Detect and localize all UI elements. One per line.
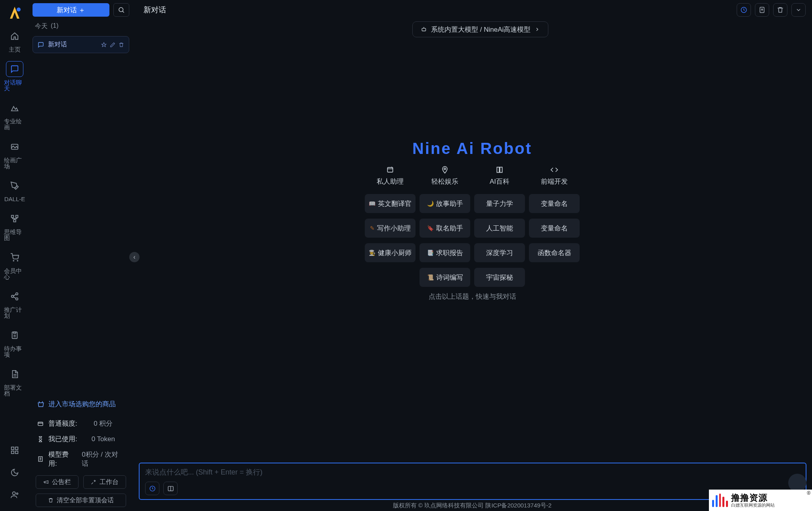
cat-name: AI百科 (490, 177, 509, 186)
chip-varname-2[interactable]: 变量命名 (529, 219, 580, 238)
nav-label: 推广计划 (4, 307, 25, 319)
chip-quantum[interactable]: 量子力学 (474, 194, 525, 213)
clear-button[interactable]: 清空全部非置顶会话 (36, 494, 126, 507)
stat-label: 模型费用: (48, 450, 77, 468)
pin-icon (441, 166, 449, 174)
nav-gallery[interactable]: 绘画广场 (4, 139, 25, 169)
chip-naming[interactable]: 🔖取名助手 (419, 219, 470, 238)
svg-point-7 (16, 293, 18, 295)
svg-rect-13 (11, 451, 14, 453)
trash-icon[interactable] (119, 42, 124, 48)
search-button[interactable] (113, 3, 129, 17)
nav-label: 对话聊天 (4, 79, 25, 91)
book-icon (496, 166, 504, 174)
chip-health[interactable]: 👨‍🍳健康小厨师 (365, 243, 416, 262)
chip-label: 变量命名 (541, 199, 568, 208)
user-icon[interactable] (9, 489, 21, 501)
nav-todo[interactable]: 待办事项 (4, 327, 25, 357)
shop-link[interactable]: 进入市场选购您的商品 (33, 396, 129, 416)
svg-point-24 (444, 168, 446, 169)
app-rail: 主页 对话聊天 专业绘画 绘画广场 DALL-E (0, 0, 29, 511)
nav-dalle[interactable]: DALL-E (4, 178, 25, 202)
chip-ai[interactable]: 人工智能 (474, 219, 525, 238)
clear-label: 清空全部非置顶会话 (57, 496, 114, 505)
trash-icon (48, 498, 54, 503)
svg-point-6 (17, 260, 18, 261)
delete-button[interactable] (773, 3, 787, 17)
nav-promo[interactable]: 推广计划 (4, 288, 25, 319)
export-icon (758, 6, 766, 13)
svg-point-9 (16, 298, 18, 300)
chip-label: 宇宙探秘 (486, 273, 513, 282)
chip-label: 健康小厨师 (378, 248, 412, 257)
chip-universe[interactable]: 宇宙探秘 (474, 268, 525, 287)
code-icon (550, 166, 558, 174)
pen-icon (10, 181, 19, 190)
group-today-header: 今天 (1) (35, 22, 129, 31)
hourglass-icon (37, 436, 44, 442)
collapse-sidebar-button[interactable]: ‹ (129, 252, 140, 262)
stat-cost: 模型费用: 0积分 / 次对话 (33, 447, 129, 471)
receipt-icon (37, 456, 44, 462)
svg-point-15 (13, 492, 15, 495)
settings-icon[interactable] (9, 444, 21, 456)
chip-story[interactable]: 🌙故事助手 (419, 194, 470, 213)
chip-dl[interactable]: 深度学习 (474, 243, 525, 262)
workbench-label: 工作台 (100, 478, 119, 486)
nav-member[interactable]: 会员中心 (4, 250, 25, 280)
tools-icon (91, 479, 96, 485)
svg-point-0 (17, 8, 21, 12)
new-chat-button[interactable]: 新对话 ＋ (33, 3, 109, 17)
conversation-item[interactable]: 新对话 (33, 36, 129, 53)
chip-writer[interactable]: ✎写作小助理 (365, 219, 416, 238)
nav-draw[interactable]: 专业绘画 (4, 100, 25, 130)
watermark-big: 撸撸资源 (731, 493, 775, 503)
export-button[interactable] (755, 3, 769, 17)
model-selector[interactable]: 系统内置大模型 / NineAi高速模型 (412, 21, 548, 37)
search-icon (118, 6, 125, 13)
message-input[interactable] (145, 467, 800, 482)
composer-split-button[interactable] (163, 482, 178, 495)
chevron-down-icon (795, 7, 802, 13)
clock-icon (149, 485, 156, 492)
bulletin-button[interactable]: 公告栏 (36, 475, 79, 489)
chip-varname-1[interactable]: 变量命名 (529, 194, 580, 213)
cat-name: 私人助理 (377, 177, 404, 186)
conversation-title: 新对话 (48, 40, 67, 49)
nav-label: 会员中心 (4, 268, 25, 280)
workbench-button[interactable]: 工作台 (83, 475, 126, 489)
chip-label: 故事助手 (436, 199, 463, 208)
chip-poetry[interactable]: 📜诗词编写 (419, 268, 470, 287)
chip-funcname[interactable]: 函数命名器 (529, 243, 580, 262)
history-button[interactable] (737, 3, 751, 17)
chip-label: 量子力学 (486, 199, 513, 208)
composer-history-button[interactable] (145, 482, 159, 495)
nav-mindmap[interactable]: 思维导图 (4, 211, 25, 241)
chip-resume[interactable]: 📑求职报告 (419, 243, 470, 262)
theme-icon[interactable] (9, 467, 21, 478)
svg-rect-14 (15, 451, 18, 453)
svg-point-17 (119, 8, 123, 12)
nav-label: DALL-E (4, 196, 25, 202)
chip-translate[interactable]: 📖英文翻译官 (365, 194, 416, 213)
more-button[interactable] (791, 3, 806, 17)
edit-icon[interactable] (110, 42, 115, 48)
chevron-right-icon (534, 27, 540, 32)
chip-label: 变量命名 (541, 224, 568, 233)
registered-mark-icon: ® (807, 490, 810, 496)
chip-label: 深度学习 (486, 248, 513, 257)
svg-rect-23 (387, 167, 393, 172)
poem-icon: 📜 (427, 274, 434, 280)
svg-rect-18 (38, 422, 43, 426)
stat-value: 0积分 / 次对话 (82, 450, 124, 468)
svg-point-5 (13, 260, 14, 261)
nav-label: 部署文档 (4, 384, 25, 396)
nav-chat[interactable]: 对话聊天 (4, 61, 25, 91)
columns-icon (167, 485, 174, 492)
nav-docs[interactable]: 部署文档 (4, 366, 25, 396)
pin-icon[interactable] (101, 42, 107, 48)
hero-title: Nine Ai Robot (132, 140, 812, 158)
mountain-icon (10, 104, 19, 112)
nav-home[interactable]: 主页 (4, 28, 25, 52)
window-icon (386, 166, 394, 174)
